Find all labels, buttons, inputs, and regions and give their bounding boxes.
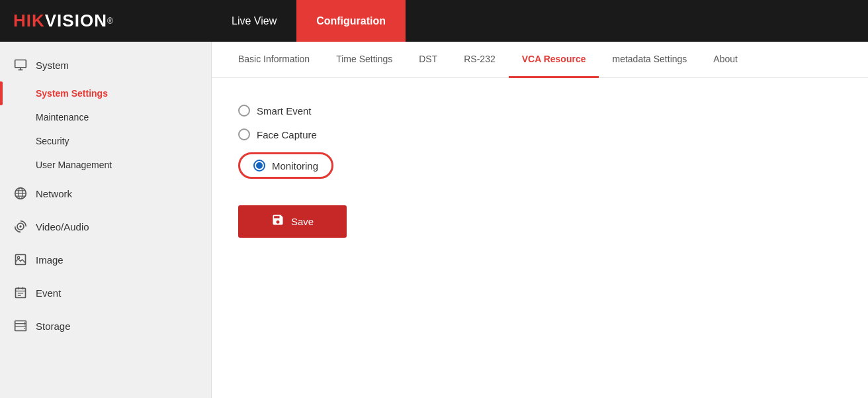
sidebar-system-settings-row: System Settings	[0, 81, 211, 105]
svg-point-22	[24, 324, 25, 326]
storage-icon	[13, 319, 28, 333]
tab-basic-information[interactable]: Basic Information	[225, 42, 323, 78]
image-icon	[13, 252, 28, 267]
tab-rs232[interactable]: RS-232	[451, 42, 508, 78]
sidebar-item-maintenance[interactable]: Maintenance	[0, 105, 211, 129]
sidebar-item-network[interactable]: Network	[0, 177, 211, 210]
radio-face-capture[interactable]: Face Capture	[238, 128, 842, 140]
sidebar-item-user-management[interactable]: User Management	[0, 153, 211, 177]
tab-about[interactable]: About	[700, 42, 751, 78]
svg-rect-0	[15, 60, 26, 68]
radio-label-face-capture: Face Capture	[257, 129, 317, 140]
brand-reg: ®	[107, 17, 113, 26]
vca-resource-options: Smart Event Face Capture Monitoring	[238, 105, 842, 179]
sidebar-item-system[interactable]: System	[0, 48, 211, 81]
nav-live-view[interactable]: Live View	[212, 0, 296, 42]
tab-dst[interactable]: DST	[406, 42, 451, 78]
sidebar-label-network: Network	[36, 188, 72, 199]
svg-point-9	[19, 225, 21, 227]
sidebar-label-image: Image	[36, 254, 64, 266]
sidebar-item-image[interactable]: Image	[0, 243, 211, 276]
svg-rect-10	[16, 255, 26, 265]
navbar: HIKVISION® Live View Configuration	[0, 0, 868, 42]
nav-configuration[interactable]: Configuration	[296, 0, 406, 42]
tab-time-settings[interactable]: Time Settings	[323, 42, 406, 78]
sidebar-label-system: System	[36, 60, 69, 71]
sidebar-label-video-audio: Video/Audio	[36, 221, 89, 232]
sidebar-label-storage: Storage	[36, 321, 71, 332]
radio-circle-smart-event	[238, 105, 250, 117]
nav-links: Live View Configuration	[212, 0, 406, 42]
svg-point-23	[24, 328, 25, 329]
brand-logo: HIKVISION®	[0, 11, 212, 31]
floppy-icon	[271, 213, 284, 230]
sidebar-label-event: Event	[36, 287, 61, 299]
network-icon	[13, 186, 28, 201]
svg-point-21	[24, 322, 25, 323]
brand-vision: VISION	[45, 11, 107, 31]
sidebar-item-system-settings[interactable]: System Settings	[3, 81, 121, 105]
radio-circle-monitoring	[253, 160, 265, 172]
event-icon	[13, 285, 28, 300]
radio-smart-event[interactable]: Smart Event	[238, 105, 842, 117]
content-body: Smart Event Face Capture Monitoring	[212, 78, 868, 264]
sidebar-item-video-audio[interactable]: Video/Audio	[0, 210, 211, 243]
sidebar-item-storage[interactable]: Storage	[0, 309, 211, 342]
tabs-bar: Basic Information Time Settings DST RS-2…	[212, 42, 868, 78]
radio-monitoring-box[interactable]: Monitoring	[238, 152, 333, 179]
sidebar-item-security[interactable]: Security	[0, 129, 211, 153]
tab-vca-resource[interactable]: VCA Resource	[509, 42, 599, 78]
radio-label-smart-event: Smart Event	[257, 105, 312, 117]
sidebar-item-event[interactable]: Event	[0, 276, 211, 309]
videocam-icon	[13, 219, 28, 234]
brand-hik: HIK	[13, 11, 45, 31]
monitor-icon	[13, 58, 28, 72]
main-content: Basic Information Time Settings DST RS-2…	[212, 42, 868, 398]
tab-metadata-settings[interactable]: metadata Settings	[599, 42, 700, 78]
sidebar: System System Settings Maintenance Secur…	[0, 42, 212, 398]
main-layout: System System Settings Maintenance Secur…	[0, 42, 868, 398]
radio-label-monitoring: Monitoring	[272, 160, 318, 172]
save-button[interactable]: Save	[238, 205, 347, 238]
svg-point-11	[17, 256, 19, 258]
save-label: Save	[291, 216, 314, 227]
radio-circle-face-capture	[238, 128, 250, 140]
